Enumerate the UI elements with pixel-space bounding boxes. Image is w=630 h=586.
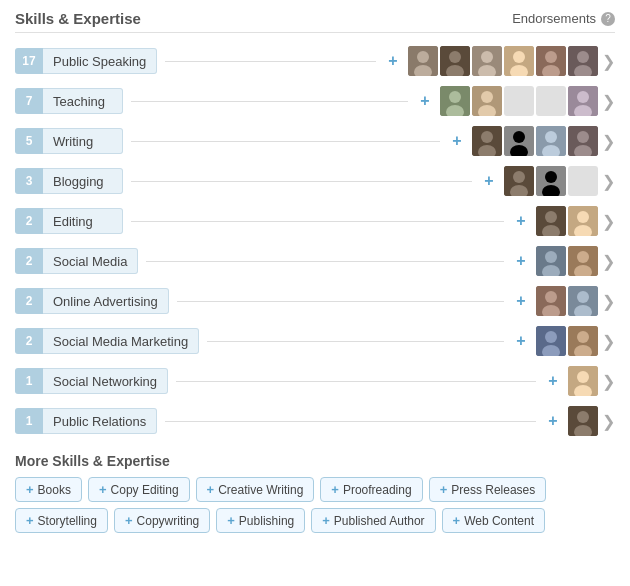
skill-expand-chevron[interactable]: ❯: [602, 92, 615, 111]
avatar[interactable]: [536, 206, 566, 236]
skill-bar: [146, 261, 504, 262]
avatar[interactable]: [568, 206, 598, 236]
endorse-plus-button[interactable]: +: [512, 292, 530, 310]
skill-row: 17Public Speaking+: [15, 43, 615, 79]
more-skill-tag[interactable]: +Creative Writing: [196, 477, 315, 502]
avatar[interactable]: [568, 286, 598, 316]
endorse-plus-button[interactable]: +: [512, 332, 530, 350]
endorse-plus-button[interactable]: +: [512, 212, 530, 230]
avatar[interactable]: [568, 86, 598, 116]
add-skill-plus[interactable]: +: [207, 482, 215, 497]
add-skill-plus[interactable]: +: [331, 482, 339, 497]
endorser-avatars: [536, 206, 598, 236]
more-skill-tag[interactable]: +Proofreading: [320, 477, 422, 502]
help-icon[interactable]: ?: [601, 12, 615, 26]
add-skill-plus[interactable]: +: [26, 513, 34, 528]
more-skill-tag[interactable]: +Copywriting: [114, 508, 210, 533]
add-skill-plus[interactable]: +: [99, 482, 107, 497]
skill-expand-chevron[interactable]: ❯: [602, 412, 615, 431]
more-skills-title: More Skills & Expertise: [15, 453, 615, 469]
avatar[interactable]: [504, 86, 534, 116]
avatar[interactable]: [536, 86, 566, 116]
skill-expand-chevron[interactable]: ❯: [602, 292, 615, 311]
avatar[interactable]: [472, 46, 502, 76]
more-skill-tag[interactable]: +Published Author: [311, 508, 435, 533]
skill-expand-chevron[interactable]: ❯: [602, 172, 615, 191]
avatar[interactable]: [472, 86, 502, 116]
skill-count: 2: [15, 248, 43, 274]
skill-expand-chevron[interactable]: ❯: [602, 52, 615, 71]
more-skill-label: Copy Editing: [111, 483, 179, 497]
more-skill-tag[interactable]: +Copy Editing: [88, 477, 190, 502]
skill-count: 2: [15, 328, 43, 354]
more-skill-tag[interactable]: +Press Releases: [429, 477, 547, 502]
more-skills-section: More Skills & Expertise +Books+Copy Edit…: [15, 453, 615, 533]
more-skill-tag[interactable]: +Publishing: [216, 508, 305, 533]
skill-name: Public Relations: [43, 408, 157, 434]
endorsements-label: Endorsements: [512, 11, 596, 26]
skill-bar: [177, 301, 504, 302]
more-skill-label: Books: [38, 483, 71, 497]
avatar[interactable]: [504, 166, 534, 196]
avatar[interactable]: [568, 406, 598, 436]
endorse-plus-button[interactable]: +: [544, 372, 562, 390]
avatar[interactable]: [536, 326, 566, 356]
avatar[interactable]: [440, 46, 470, 76]
avatar[interactable]: [504, 46, 534, 76]
more-skill-label: Publishing: [239, 514, 294, 528]
section-header: Skills & Expertise Endorsements ?: [15, 10, 615, 33]
skill-expand-chevron[interactable]: ❯: [602, 132, 615, 151]
avatar[interactable]: [536, 126, 566, 156]
avatar[interactable]: [568, 326, 598, 356]
endorser-avatars: [536, 326, 598, 356]
endorser-avatars: [568, 366, 598, 396]
add-skill-plus[interactable]: +: [322, 513, 330, 528]
svg-point-19: [449, 91, 461, 103]
skill-bar: [131, 141, 440, 142]
endorse-plus-button[interactable]: +: [544, 412, 562, 430]
add-skill-plus[interactable]: +: [440, 482, 448, 497]
svg-point-49: [577, 211, 589, 223]
svg-point-46: [545, 211, 557, 223]
avatar[interactable]: [568, 126, 598, 156]
endorse-plus-button[interactable]: +: [512, 252, 530, 270]
section-title: Skills & Expertise: [15, 10, 141, 27]
endorse-plus-button[interactable]: +: [384, 52, 402, 70]
skill-expand-chevron[interactable]: ❯: [602, 252, 615, 271]
svg-point-13: [545, 51, 557, 63]
avatar[interactable]: [536, 166, 566, 196]
more-skill-label: Published Author: [334, 514, 425, 528]
skill-row: 2Social Media Marketing+ ❯: [15, 323, 615, 359]
svg-point-73: [577, 411, 589, 423]
add-skill-plus[interactable]: +: [125, 513, 133, 528]
skill-name: Social Media Marketing: [43, 328, 199, 354]
skill-bar: [131, 181, 472, 182]
skill-expand-chevron[interactable]: ❯: [602, 212, 615, 231]
add-skill-plus[interactable]: +: [227, 513, 235, 528]
avatar[interactable]: [472, 126, 502, 156]
skill-expand-chevron[interactable]: ❯: [602, 372, 615, 391]
avatar[interactable]: [568, 366, 598, 396]
skill-expand-chevron[interactable]: ❯: [602, 332, 615, 351]
skill-row: 2Editing+ ❯: [15, 203, 615, 239]
avatar[interactable]: [568, 166, 598, 196]
skill-count: 2: [15, 208, 43, 234]
avatar[interactable]: [504, 126, 534, 156]
avatar[interactable]: [568, 46, 598, 76]
skill-name: Teaching: [43, 88, 123, 114]
more-skill-tag[interactable]: +Web Content: [442, 508, 545, 533]
endorse-plus-button[interactable]: +: [480, 172, 498, 190]
avatar[interactable]: [536, 286, 566, 316]
endorser-avatars: [504, 166, 598, 196]
avatar[interactable]: [536, 46, 566, 76]
avatar[interactable]: [440, 86, 470, 116]
more-skill-tag[interactable]: +Books: [15, 477, 82, 502]
more-skill-tag[interactable]: +Storytelling: [15, 508, 108, 533]
add-skill-plus[interactable]: +: [453, 513, 461, 528]
endorse-plus-button[interactable]: +: [416, 92, 434, 110]
endorse-plus-button[interactable]: +: [448, 132, 466, 150]
avatar[interactable]: [536, 246, 566, 276]
add-skill-plus[interactable]: +: [26, 482, 34, 497]
avatar[interactable]: [408, 46, 438, 76]
avatar[interactable]: [568, 246, 598, 276]
